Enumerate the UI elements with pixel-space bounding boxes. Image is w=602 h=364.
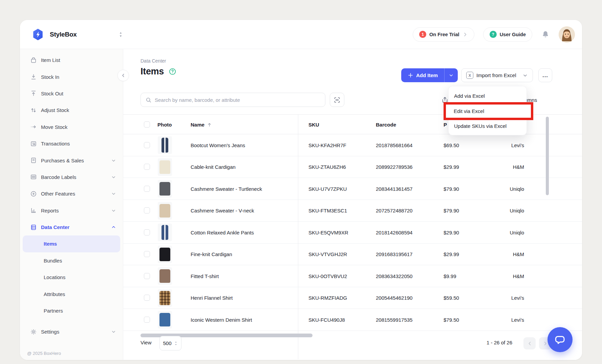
trial-badge: 1 [419,31,426,38]
sidebar-item-barcode-labels[interactable]: Barcode Labels [20,169,123,185]
excel-icon: X [466,72,473,79]
sidebar-item-label: Settings [41,329,59,335]
item-brand: Levi's [475,317,524,322]
row-checkbox[interactable] [144,186,150,192]
table-row[interactable]: Bootcut Women's JeansSKU-KFA2HR7F2018785… [123,134,582,156]
user-avatar[interactable] [559,26,575,43]
search-input[interactable] [155,97,321,103]
workspace-switcher-icon[interactable] [118,31,123,38]
barcode-scan-button[interactable] [330,93,344,107]
sidebar-item-transactions[interactable]: Transactions [20,135,123,152]
select-all-checkbox[interactable] [144,121,150,128]
free-trial-button[interactable]: 1 On Free Trial [413,27,474,42]
chat-support-button[interactable] [547,327,573,352]
column-header-price[interactable]: P [444,121,447,127]
sidebar-item-adjust-stock[interactable]: Adjust Stock [20,102,123,118]
sidebar-item-item-list[interactable]: Item List [20,52,123,68]
table-body: Bootcut Women's JeansSKU-KFA2HR7F2018785… [123,134,582,331]
row-checkbox[interactable] [144,317,150,323]
row-checkbox[interactable] [144,142,150,148]
highlighted-menu-item-edit-via-excel[interactable]: Edit via Excel [444,102,533,120]
sidebar-item-purchases-sales[interactable]: Purchases & Sales [20,152,123,168]
sidebar-item-label: Move Stock [41,124,67,130]
menu-item-add-via-excel[interactable]: Add via Excel [449,88,526,104]
item-photo [158,289,172,307]
row-checkbox[interactable] [144,273,150,279]
sidebar-item-stock-out[interactable]: Stock Out [20,85,123,102]
sidebar-item-move-stock[interactable]: Move Stock [20,119,123,135]
table-row[interactable]: Cashmere Sweater - TurtleneckSKU-U7V7ZPK… [123,178,582,200]
settings-icon [30,328,37,335]
row-checkbox[interactable] [144,207,150,213]
table-row[interactable]: Cable-knit CardiganSKU-ZTAU6ZH6208992278… [123,156,582,178]
item-sku: SKU-FCU490J8 [308,317,345,322]
row-checkbox[interactable] [144,251,150,257]
column-header-sku[interactable]: SKU [308,121,319,127]
sidebar-item-other-features[interactable]: Other Features [20,185,123,202]
help-badge: ? [490,31,497,38]
more-actions-button[interactable]: ... [538,68,552,82]
menu-item-update-skus-via-excel[interactable]: Update SKUs via Excel [449,118,526,134]
table-row[interactable]: Fine-knit CardiganSKU-VTVGHJ2R2091683195… [123,244,582,266]
sidebar-item-label: Transactions [41,141,70,146]
item-sku: SKU-ZTAU6ZH6 [308,164,346,170]
item-photo [158,180,172,198]
item-price: $29.99 [444,164,459,170]
item-brand: Levi's [475,295,524,301]
chevron-down-icon [111,208,116,213]
item-name: Cable-knit Cardigan [191,164,236,170]
sidebar-item-reports[interactable]: Reports [20,202,123,219]
sidebar-subitem-bundles[interactable]: Bundles [23,252,120,269]
row-checkbox[interactable] [144,295,150,301]
notifications-bell-icon[interactable] [541,30,550,39]
column-header-barcode[interactable]: Barcode [376,121,396,127]
add-item-button[interactable]: Add Item [401,68,458,82]
item-barcode: 2081559917535 [376,317,412,322]
sidebar-item-label: Barcode Labels [41,174,76,180]
item-barcode: 2083634322050 [376,273,412,279]
main-content: Data Center Items Add Item X I [123,49,582,360]
chevron-down-icon [111,329,116,334]
search-icon [145,97,152,103]
vertical-scrollbar[interactable] [546,117,549,195]
sidebar-item-settings[interactable]: Settings [20,323,123,340]
item-brand: H&M [475,273,524,279]
table-row[interactable]: Henri Flannel ShirtSKU-RMZFIADG200544546… [123,287,582,309]
sidebar-collapse-button[interactable] [117,70,129,81]
item-name: Henri Flannel Shirt [191,295,233,301]
column-header-name[interactable]: Name [191,121,212,127]
topbar: StyleBox 1 On Free Trial ? User Guide [20,20,582,49]
sidebar-subitem-partners[interactable]: Partners [23,302,120,319]
item-price: $79.90 [444,208,459,213]
sidebar-subitem-items[interactable]: Items [23,235,120,252]
add-item-dropdown-toggle[interactable] [444,68,458,82]
sidebar-item-label: Other Features [41,191,75,197]
item-brand: H&M [475,251,524,257]
sidebar-subitem-attributes[interactable]: Attributes [23,286,120,302]
add-item-label: Add Item [416,72,438,78]
table-row[interactable]: Cotton Relaxed Ankle PantsSKU-E5QVM9XR20… [123,222,582,244]
import-from-excel-button[interactable]: X Import from Excel [461,68,533,82]
row-checkbox[interactable] [144,229,150,235]
sort-ascending-icon [207,122,212,127]
item-brand: Uniqlo [475,229,524,235]
column-header-photo[interactable]: Photo [157,121,172,127]
table-row[interactable]: Cashmere Sweater - V-neckSKU-FTM3ESC1207… [123,200,582,222]
item-name: Fitted T-shirt [191,273,219,279]
item-sku: SKU-FTM3ESC1 [308,208,347,213]
sidebar-item-data-center[interactable]: Data Center [20,219,123,235]
user-guide-button[interactable]: ? User Guide [483,27,532,42]
page-size-select[interactable]: 500 [159,336,181,350]
sidebar-item-stock-in[interactable]: Stock In [20,68,123,85]
table-row[interactable]: Fitted T-shirtSKU-0OTVBVU22083634322050$… [123,265,582,287]
chevron-down-icon [111,158,116,163]
row-checkbox[interactable] [144,164,150,170]
sidebar-subitem-locations[interactable]: Locations [23,269,120,286]
item-list-icon [30,57,37,64]
item-name: Cotton Relaxed Ankle Pants [191,229,254,235]
move-stock-icon [30,123,37,130]
user-guide-label: User Guide [500,32,526,37]
item-price: $9.99 [444,273,456,279]
table-row[interactable]: Iconic Western Denim ShirtSKU-FCU490J820… [123,309,582,331]
previous-page-button[interactable] [523,337,536,349]
